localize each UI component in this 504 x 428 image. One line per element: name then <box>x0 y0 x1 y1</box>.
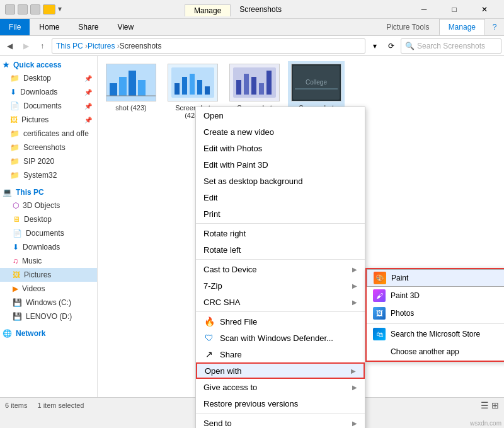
sidebar-item-downloads2[interactable]: ⬇ Downloads <box>0 240 97 254</box>
sidebar-item-desktop[interactable]: 📁 Desktop 📌 <box>0 71 97 85</box>
grid-view-icon[interactable]: ⊞ <box>491 400 499 410</box>
sidebar-item-sip[interactable]: 📁 SIP 2020 <box>0 154 97 168</box>
pictures-icon: 🖼 <box>10 115 18 124</box>
cm-share[interactable]: ↗ Share <box>196 346 365 362</box>
sidebar-vid-label: Videos <box>22 284 45 293</box>
help-button[interactable]: ? <box>485 19 504 35</box>
share-icon: ↗ <box>203 349 215 360</box>
tab-home[interactable]: Home <box>30 19 69 35</box>
cm-open-with-label: Open with <box>205 366 242 376</box>
sidebar-item-pictures2[interactable]: 🖼 Pictures <box>0 268 97 282</box>
path-screenshots[interactable]: Screenshots <box>120 42 162 50</box>
context-menu: Open Create a new video Edit with Photos… <box>195 107 365 428</box>
sidebar-item-videos[interactable]: ▶ Videos <box>0 282 97 296</box>
sidebar-winc-label: Windows (C:) <box>26 298 71 307</box>
sidebar-thispc-label: This PC <box>16 188 44 197</box>
sidebar-item-certificates[interactable]: 📁 certificates and offe <box>0 127 97 141</box>
svg-rect-4 <box>138 80 146 96</box>
tab-file[interactable]: File <box>0 19 30 35</box>
cm-give-access[interactable]: Give access to▶ <box>196 379 365 395</box>
sidebar-dl2-label: Downloads <box>23 243 60 252</box>
up-button[interactable]: ↑ <box>35 39 49 53</box>
tab-picture-tools[interactable]: Picture Tools <box>377 19 438 35</box>
sidebar-item-pictures[interactable]: 🖼 Pictures 📌 <box>0 113 97 127</box>
list-view-icon[interactable]: ☰ <box>481 400 489 410</box>
tab-manage[interactable]: Manage <box>439 19 485 35</box>
sub-cm-photos[interactable]: 🖼 Photos <box>367 304 504 322</box>
cm-rotate-right[interactable]: Rotate right <box>196 225 365 241</box>
docs-icon2: 📄 <box>13 229 22 238</box>
item-count: 6 items <box>5 402 27 409</box>
cm-edit-label: Edit <box>203 193 217 202</box>
sub-cm-choose-app[interactable]: Choose another app <box>367 343 504 361</box>
maximize-button[interactable]: □ <box>440 0 469 19</box>
tab-view[interactable]: View <box>108 19 143 35</box>
watermark: wsxdn.com <box>470 420 501 427</box>
svg-rect-11 <box>197 80 202 95</box>
cm-give-access-label: Give access to <box>203 383 257 392</box>
cm-edit-paint3d[interactable]: Edit with Paint 3D <box>196 156 365 173</box>
view-icons[interactable]: ☰ ⊞ <box>481 400 499 410</box>
path-thispc[interactable]: This PC <box>56 42 88 50</box>
sidebar-item-system32[interactable]: 📁 System32 <box>0 168 97 182</box>
sidebar-item-lenovo-d[interactable]: 💾 LENOVO (D:) <box>0 309 97 323</box>
sidebar-quick-access[interactable]: ★ Quick access <box>0 59 97 71</box>
sub-cm-store[interactable]: 🛍 Search the Microsoft Store <box>367 325 504 343</box>
cm-send-to[interactable]: Send to▶ <box>196 415 365 428</box>
dropdown-button[interactable]: ▾ <box>368 39 382 53</box>
paint3d-icon: 🖌 <box>373 289 386 302</box>
cm-open[interactable]: Open <box>196 107 365 124</box>
cm-7zip-label: 7-Zip <box>203 281 222 291</box>
cm-edit-photos[interactable]: Edit with Photos <box>196 140 365 156</box>
sidebar-item-music[interactable]: ♫ Music <box>0 254 97 268</box>
forward-button[interactable]: ▶ <box>19 39 33 53</box>
path-pictures[interactable]: Pictures <box>88 42 120 50</box>
minimize-button[interactable]: ─ <box>410 0 438 19</box>
cm-shred[interactable]: 🔥 Shred File <box>196 313 365 330</box>
cm-cast[interactable]: Cast to Device▶ <box>196 261 365 277</box>
address-bar: ◀ ▶ ↑ This PC Pictures Screenshots ▾ ⟳ 🔍… <box>0 36 504 56</box>
cm-restore[interactable]: Restore previous versions <box>196 395 365 412</box>
cm-print[interactable]: Print <box>196 205 365 222</box>
file-thumb-423[interactable]: shot (423) <box>103 61 159 122</box>
cm-scan[interactable]: 🛡 Scan with Windows Defender... <box>196 330 365 346</box>
title-icon-down: ▾ <box>58 4 66 14</box>
sidebar-item-windows-c[interactable]: 💾 Windows (C:) <box>0 296 97 309</box>
svg-rect-2 <box>119 77 127 96</box>
cm-send-to-arrow: ▶ <box>352 420 357 427</box>
manage-tab[interactable]: Manage <box>185 4 231 16</box>
tab-share[interactable]: Share <box>69 19 108 35</box>
cm-give-access-arrow: ▶ <box>352 384 357 391</box>
sidebar-this-pc[interactable]: 💻 This PC <box>0 186 97 199</box>
thumb-img-423 <box>106 64 156 101</box>
cm-rotate-right-label: Rotate right <box>203 229 246 238</box>
thumb-img-426: College <box>291 64 341 101</box>
sidebar-item-documents2[interactable]: 📄 Documents <box>0 226 97 240</box>
back-button[interactable]: ◀ <box>3 39 16 53</box>
cm-edit[interactable]: Edit <box>196 189 365 205</box>
cm-div-1 <box>196 223 365 224</box>
cm-crcsha[interactable]: CRC SHA▶ <box>196 294 365 310</box>
svg-rect-16 <box>244 74 249 95</box>
cm-rotate-left[interactable]: Rotate left <box>196 241 365 258</box>
sub-cm-paint[interactable]: 🎨 Paint <box>367 269 504 287</box>
store-icon: 🛍 <box>373 328 386 340</box>
cm-7zip[interactable]: 7-Zip▶ <box>196 277 365 294</box>
address-path[interactable]: This PC Pictures Screenshots <box>52 38 365 54</box>
close-button[interactable]: ✕ <box>470 0 499 19</box>
sidebar-item-desktop2[interactable]: 🖥 Desktop <box>0 212 97 226</box>
cm-set-desktop[interactable]: Set as desktop background <box>196 173 365 189</box>
sidebar-network[interactable]: 🌐 Network <box>0 327 97 340</box>
desk-icon: 🖥 <box>13 215 20 224</box>
sidebar-item-downloads[interactable]: ⬇ Downloads 📌 <box>0 85 97 99</box>
search-bar[interactable]: 🔍 Search Screenshots <box>401 38 501 54</box>
sidebar-item-screenshots[interactable]: 📁 Screenshots <box>0 141 97 154</box>
shield-icon: 🛡 <box>203 332 215 344</box>
cm-new-video[interactable]: Create a new video <box>196 124 365 140</box>
sidebar-item-3dobjects[interactable]: ⬡ 3D Objects <box>0 199 97 212</box>
sidebar-item-documents[interactable]: 📄 Documents 📌 <box>0 99 97 113</box>
cm-open-with[interactable]: Open with ▶ <box>196 362 365 379</box>
sub-cm-paint3d[interactable]: 🖌 Paint 3D <box>367 287 504 304</box>
refresh-button[interactable]: ⟳ <box>384 39 398 53</box>
3d-icon: ⬡ <box>13 201 19 210</box>
